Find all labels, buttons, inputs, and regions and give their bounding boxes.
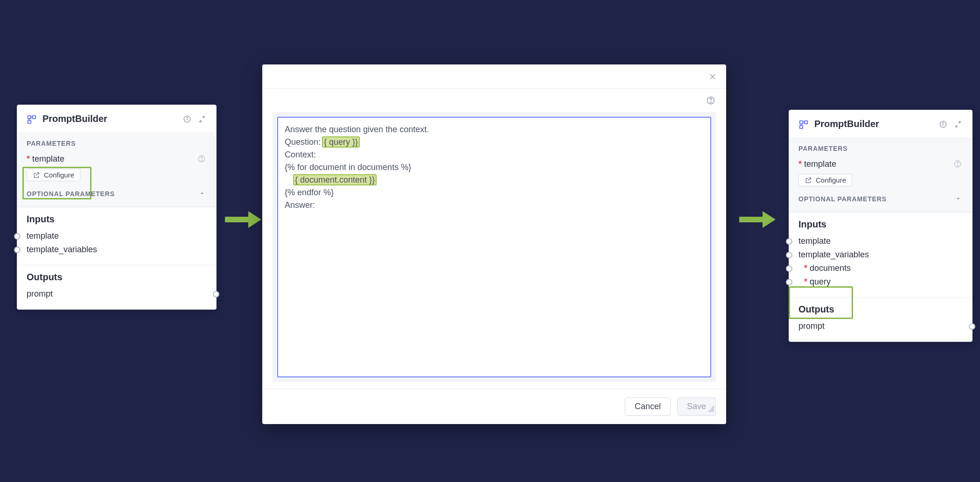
editor-text: {% for document in documents %} bbox=[285, 163, 411, 172]
chevron-down-icon bbox=[198, 190, 207, 198]
configure-button[interactable]: Configure bbox=[798, 174, 852, 186]
prompt-builder-card-after: PromptBuilder PARAMETERS template C bbox=[789, 110, 973, 342]
external-link-icon bbox=[33, 171, 40, 179]
parameters-panel: PARAMETERS template Configure OPTIONAL P… bbox=[789, 138, 972, 212]
svg-rect-1 bbox=[33, 115, 35, 118]
external-link-icon bbox=[805, 177, 812, 184]
svg-rect-2 bbox=[28, 120, 31, 123]
node-type-icon bbox=[798, 119, 809, 129]
editor-text: {% endfor %} bbox=[285, 188, 334, 197]
input-item-required[interactable]: documents bbox=[798, 262, 963, 275]
outputs-heading: Outputs bbox=[798, 304, 963, 315]
template-editor[interactable]: Answer the question given the context. Q… bbox=[277, 117, 711, 377]
modal-toolbar bbox=[262, 89, 726, 106]
collapse-icon[interactable] bbox=[953, 120, 963, 129]
configure-button-label: Configure bbox=[816, 176, 846, 184]
input-port[interactable] bbox=[786, 252, 792, 258]
param-template-row: template bbox=[27, 154, 207, 164]
editor-container: Answer the question given the context. Q… bbox=[273, 112, 716, 382]
svg-rect-12 bbox=[800, 120, 803, 123]
output-item[interactable]: prompt bbox=[27, 287, 207, 301]
info-icon[interactable] bbox=[938, 120, 948, 129]
input-item-required[interactable]: query bbox=[798, 275, 963, 289]
input-port[interactable] bbox=[14, 233, 21, 240]
output-item[interactable]: prompt bbox=[798, 319, 963, 333]
param-template-label: template bbox=[27, 154, 64, 164]
outputs-section: Outputs prompt bbox=[789, 297, 972, 341]
editor-text bbox=[285, 175, 294, 184]
outputs-section: Outputs prompt bbox=[17, 265, 216, 309]
output-port[interactable] bbox=[969, 323, 975, 330]
modal-footer: Cancel Save bbox=[262, 389, 726, 424]
modal-titlebar bbox=[262, 64, 726, 89]
input-port[interactable] bbox=[14, 247, 21, 253]
input-item[interactable]: template_variables bbox=[798, 248, 963, 262]
svg-point-17 bbox=[943, 122, 944, 123]
card-header: PromptBuilder bbox=[789, 110, 972, 138]
info-icon[interactable] bbox=[182, 114, 192, 124]
card-header: PromptBuilder bbox=[17, 105, 216, 133]
svg-rect-14 bbox=[800, 125, 803, 128]
parameters-heading: PARAMETERS bbox=[798, 145, 963, 152]
card-title: PromptBuilder bbox=[42, 113, 107, 124]
editor-text: Answer: bbox=[285, 200, 315, 210]
svg-rect-0 bbox=[28, 115, 31, 118]
card-title: PromptBuilder bbox=[814, 119, 879, 129]
param-help-icon[interactable] bbox=[196, 154, 207, 164]
input-port[interactable] bbox=[786, 265, 792, 272]
param-template-label: template bbox=[798, 159, 836, 169]
output-port[interactable] bbox=[213, 291, 219, 298]
svg-rect-13 bbox=[805, 120, 807, 123]
input-port[interactable] bbox=[786, 238, 792, 245]
param-help-icon[interactable] bbox=[952, 159, 963, 169]
collapse-icon[interactable] bbox=[197, 114, 207, 124]
editor-text: Question: bbox=[285, 137, 323, 147]
optional-parameters-label: OPTIONAL PARAMETERS bbox=[27, 190, 115, 198]
input-item[interactable]: template bbox=[27, 229, 207, 243]
svg-point-11 bbox=[710, 102, 711, 103]
input-item[interactable]: template bbox=[798, 234, 963, 248]
param-template-row: template bbox=[798, 159, 963, 169]
cancel-button[interactable]: Cancel bbox=[625, 397, 671, 416]
prompt-builder-card-before: PromptBuilder PARAMETERS template C bbox=[17, 105, 217, 310]
svg-point-7 bbox=[201, 160, 202, 161]
svg-point-5 bbox=[187, 117, 188, 118]
chevron-down-icon bbox=[954, 195, 963, 203]
flow-arrow-icon bbox=[225, 209, 262, 230]
input-item[interactable]: template_variables bbox=[27, 243, 207, 256]
parameters-panel: PARAMETERS template Configure OPTIONAL P… bbox=[17, 133, 216, 207]
outputs-heading: Outputs bbox=[27, 272, 207, 283]
node-type-icon bbox=[27, 114, 37, 124]
template-variable-highlight: { query }} bbox=[323, 137, 359, 147]
editor-text: Answer the question given the context. bbox=[285, 125, 429, 134]
input-port[interactable] bbox=[786, 279, 792, 285]
help-icon[interactable] bbox=[706, 95, 716, 106]
template-editor-modal: Answer the question given the context. Q… bbox=[262, 64, 726, 424]
inputs-section: Inputs template template_variables docum… bbox=[789, 212, 972, 297]
inputs-heading: Inputs bbox=[798, 219, 963, 230]
resize-grip-icon[interactable] bbox=[707, 405, 714, 412]
flow-arrow-icon bbox=[739, 209, 777, 230]
configure-button[interactable]: Configure bbox=[27, 169, 80, 181]
template-variable-highlight: { document.content }} bbox=[294, 175, 376, 184]
inputs-heading: Inputs bbox=[27, 214, 207, 225]
optional-parameters-row[interactable]: OPTIONAL PARAMETERS bbox=[27, 190, 207, 198]
optional-parameters-row[interactable]: OPTIONAL PARAMETERS bbox=[798, 195, 963, 203]
close-icon[interactable] bbox=[707, 71, 718, 82]
inputs-section: Inputs template template_variables bbox=[17, 207, 216, 265]
configure-button-label: Configure bbox=[44, 171, 74, 179]
parameters-heading: PARAMETERS bbox=[27, 140, 207, 147]
svg-point-19 bbox=[957, 165, 958, 166]
editor-text: Context: bbox=[285, 150, 316, 159]
optional-parameters-label: OPTIONAL PARAMETERS bbox=[798, 195, 887, 203]
